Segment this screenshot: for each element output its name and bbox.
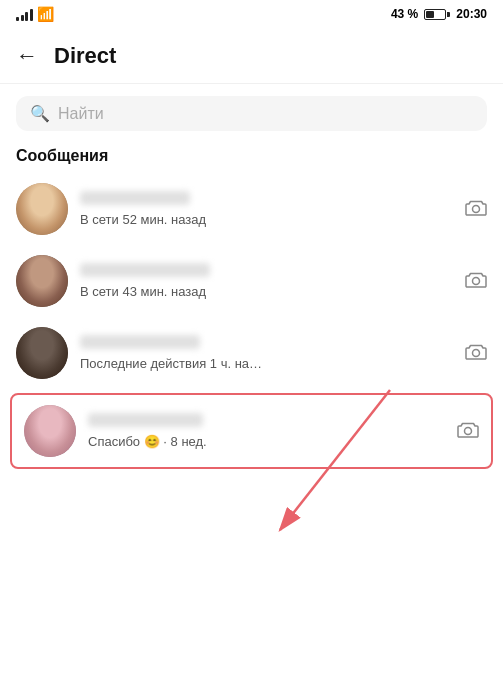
- svg-point-3: [473, 349, 480, 356]
- camera-icon[interactable]: [465, 196, 487, 223]
- avatar: [24, 405, 76, 457]
- header: ← Direct: [0, 28, 503, 84]
- svg-point-4: [465, 427, 472, 434]
- contact-name-blurred: [80, 191, 190, 205]
- conversation-item[interactable]: Последние действия 1 ч. на…: [0, 317, 503, 389]
- search-container: 🔍 Найти: [0, 84, 503, 143]
- conversation-item[interactable]: В сети 52 мин. назад: [0, 173, 503, 245]
- conversation-info: Последние действия 1 ч. на…: [80, 335, 455, 372]
- battery-percent: 43 %: [391, 7, 418, 21]
- header-left: ← Direct: [16, 43, 116, 69]
- wifi-icon: 📶: [37, 6, 54, 22]
- search-bar[interactable]: 🔍 Найти: [16, 96, 487, 131]
- conversation-status: Последние действия 1 ч. на…: [80, 356, 262, 371]
- conversation-status: Спасибо 😊 · 8 нед.: [88, 434, 207, 449]
- camera-icon[interactable]: [465, 268, 487, 295]
- avatar: [16, 327, 68, 379]
- svg-point-2: [473, 277, 480, 284]
- conversation-item-highlighted[interactable]: Спасибо 😊 · 8 нед.: [10, 393, 493, 469]
- contact-name-blurred: [80, 263, 210, 277]
- avatar: [16, 183, 68, 235]
- contact-name-blurred: [88, 413, 203, 427]
- messages-section-label: Сообщения: [0, 143, 503, 173]
- conversation-info: Спасибо 😊 · 8 нед.: [88, 413, 449, 450]
- svg-point-1: [473, 205, 480, 212]
- search-placeholder: Найти: [58, 105, 104, 123]
- conversation-item[interactable]: В сети 43 мин. назад: [0, 245, 503, 317]
- page-title: Direct: [54, 43, 116, 69]
- conversation-status: В сети 52 мин. назад: [80, 212, 206, 227]
- status-bar: 📶 43 % 20:30: [0, 0, 503, 28]
- conversation-info: В сети 43 мин. назад: [80, 263, 455, 300]
- camera-icon[interactable]: [465, 340, 487, 367]
- camera-icon[interactable]: [449, 418, 479, 445]
- back-button[interactable]: ←: [16, 43, 38, 69]
- search-icon: 🔍: [30, 104, 50, 123]
- signal-bars-icon: [16, 7, 33, 21]
- conversation-status: В сети 43 мин. назад: [80, 284, 206, 299]
- status-left: 📶: [16, 6, 54, 22]
- contact-name-blurred: [80, 335, 200, 349]
- header-icons: [469, 47, 487, 65]
- conversation-info: В сети 52 мин. назад: [80, 191, 455, 228]
- conversation-list: В сети 52 мин. назад В сети 43 мин. наза…: [0, 173, 503, 473]
- battery-icon: [424, 9, 450, 20]
- avatar: [16, 255, 68, 307]
- status-right: 43 % 20:30: [391, 7, 487, 21]
- clock: 20:30: [456, 7, 487, 21]
